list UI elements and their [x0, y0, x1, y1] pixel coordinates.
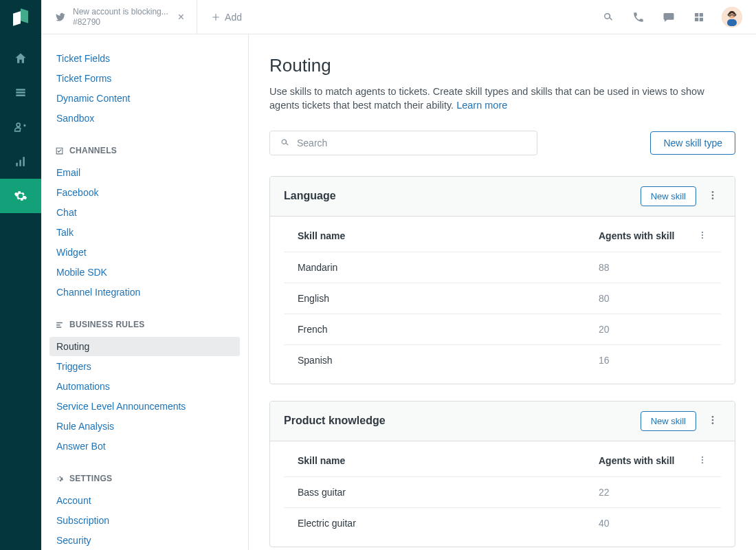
home-icon	[14, 52, 27, 65]
add-tab-label: Add	[225, 12, 242, 23]
nav-rail	[0, 0, 41, 550]
svg-point-11	[702, 237, 703, 239]
rail-users[interactable]	[0, 110, 41, 144]
channels-header: CHANNELS	[69, 146, 117, 155]
avatar[interactable]	[722, 7, 742, 28]
skill-type-card: LanguageNew skillSkill nameAgents with s…	[269, 176, 735, 384]
new-skill-button[interactable]: New skill	[641, 411, 696, 431]
add-tab-button[interactable]: Add	[197, 12, 242, 23]
avatar-icon	[722, 7, 742, 28]
agent-count: 16	[599, 355, 688, 366]
page-description: Use skills to match agents to tickets. C…	[269, 85, 709, 113]
sidebar-item-subscription[interactable]: Subscription	[49, 511, 240, 530]
sidebar-item-channel-integration[interactable]: Channel Integration	[49, 283, 240, 302]
table-row[interactable]: English80	[284, 283, 721, 314]
kebab-menu[interactable]	[704, 187, 721, 206]
sidebar-item-dynamic-content[interactable]: Dynamic Content	[49, 89, 240, 108]
col-skill-name: Skill name	[298, 455, 599, 466]
svg-point-8	[712, 197, 714, 199]
sidebar-item-talk[interactable]: Talk	[49, 223, 240, 242]
col-agents: Agents with skill	[599, 455, 688, 466]
svg-point-12	[712, 416, 714, 418]
search-button[interactable]	[601, 10, 616, 25]
agent-count: 22	[599, 487, 688, 498]
new-skill-button[interactable]: New skill	[641, 186, 696, 206]
svg-point-7	[712, 194, 714, 196]
settings-header: SETTINGS	[69, 474, 112, 483]
skill-name: English	[298, 293, 599, 304]
sidebar-item-triggers[interactable]: Triggers	[49, 357, 240, 376]
plus-icon	[211, 12, 221, 22]
topbar: New account is blocking... #82790 × Add	[41, 0, 756, 34]
chat-button[interactable]	[661, 10, 676, 25]
col-agents: Agents with skill	[599, 230, 688, 241]
svg-point-13	[712, 419, 714, 421]
kebab-menu[interactable]	[704, 412, 721, 430]
close-icon[interactable]: ×	[178, 12, 184, 23]
new-skill-type-button[interactable]: New skill type	[650, 131, 735, 155]
sidebar-item-answer-bot[interactable]: Answer Bot	[49, 437, 240, 456]
skill-type-title: Product knowledge	[284, 415, 386, 427]
sidebar-item-routing[interactable]: Routing	[49, 337, 240, 356]
sidebar-item-security[interactable]: Security	[49, 531, 240, 550]
search-icon	[602, 11, 614, 23]
sidebar-item-sandbox[interactable]: Sandbox	[49, 109, 240, 128]
kebab-menu[interactable]	[688, 230, 707, 242]
bar-chart-icon	[14, 155, 27, 168]
gear-small-icon	[55, 474, 64, 483]
apps-button[interactable]	[691, 10, 707, 25]
skill-type-title: Language	[284, 190, 336, 202]
checkbox-icon	[55, 146, 64, 155]
settings-sidebar: Ticket FieldsTicket FormsDynamic Content…	[41, 34, 249, 550]
main-content: Routing Use skills to match agents to ti…	[249, 34, 756, 550]
svg-point-15	[702, 456, 703, 457]
table-row[interactable]: Mandarin88	[284, 252, 721, 283]
search-input-wrap[interactable]	[269, 131, 537, 155]
open-tab[interactable]: New account is blocking... #82790 ×	[51, 0, 197, 34]
phone-icon	[632, 11, 645, 23]
agent-count: 80	[599, 293, 688, 304]
skill-name: Electric guitar	[298, 518, 599, 529]
call-button[interactable]	[631, 10, 646, 25]
table-row[interactable]: Electric guitar40	[284, 508, 721, 538]
sidebar-item-email[interactable]: Email	[49, 163, 240, 182]
tab-title: New account is blocking...	[73, 7, 168, 16]
sidebar-item-chat[interactable]: Chat	[49, 203, 240, 222]
svg-point-16	[702, 459, 703, 460]
skill-name: Bass guitar	[298, 487, 599, 498]
chat-icon	[663, 11, 675, 23]
rail-views[interactable]	[0, 76, 41, 110]
sidebar-item-service-level-announcements[interactable]: Service Level Announcements	[49, 397, 240, 416]
skill-name: Spanish	[298, 355, 599, 366]
sidebar-item-mobile-sdk[interactable]: Mobile SDK	[49, 263, 240, 282]
sidebar-item-ticket-fields[interactable]: Ticket Fields	[49, 49, 240, 68]
sidebar-item-automations[interactable]: Automations	[49, 377, 240, 396]
user-group-icon	[14, 120, 27, 134]
page-title: Routing	[269, 55, 735, 76]
table-row[interactable]: Spanish16	[284, 345, 721, 375]
search-input[interactable]	[297, 138, 527, 148]
rail-home[interactable]	[0, 41, 41, 76]
svg-point-14	[712, 422, 714, 424]
rules-icon	[55, 320, 64, 329]
agent-count: 20	[599, 324, 688, 335]
svg-rect-2	[727, 19, 737, 26]
rail-reports[interactable]	[0, 144, 41, 179]
sidebar-item-facebook[interactable]: Facebook	[49, 183, 240, 202]
sidebar-section-rules: BUSINESS RULES RoutingTriggersAutomation…	[49, 318, 240, 456]
rail-admin[interactable]	[0, 179, 41, 213]
sidebar-item-rule-analysis[interactable]: Rule Analysis	[49, 417, 240, 436]
sidebar-item-widget[interactable]: Widget	[49, 243, 240, 262]
skill-name: French	[298, 324, 599, 335]
gear-icon	[14, 189, 27, 203]
table-row[interactable]: French20	[284, 314, 721, 345]
sidebar-item-account[interactable]: Account	[49, 491, 240, 510]
sidebar-item-ticket-forms[interactable]: Ticket Forms	[49, 69, 240, 88]
svg-point-6	[712, 191, 714, 193]
kebab-menu[interactable]	[688, 455, 707, 467]
sidebar-section-channels: CHANNELS EmailFacebookChatTalkWidgetMobi…	[49, 144, 240, 302]
logo-icon	[12, 10, 30, 28]
table-row[interactable]: Bass guitar22	[284, 477, 721, 508]
apps-icon	[693, 11, 705, 23]
learn-more-link[interactable]: Learn more	[456, 100, 507, 111]
